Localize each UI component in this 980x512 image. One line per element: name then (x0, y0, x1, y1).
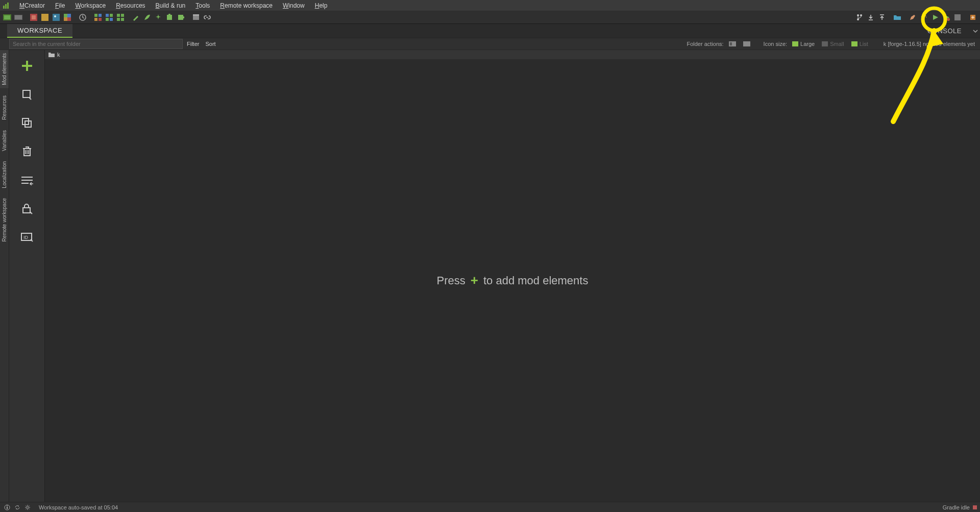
toolbar-grid2-icon[interactable] (104, 12, 114, 22)
toolbar-run-icon[interactable] (930, 12, 940, 22)
svg-rect-55 (7, 505, 8, 506)
svg-rect-39 (954, 14, 961, 20)
sort-button[interactable]: Sort (202, 40, 218, 48)
toolbar-import-icon[interactable] (866, 12, 876, 22)
toolbar-puzzle-icon[interactable] (164, 12, 175, 22)
tab-workspace-label: WORKSPACE (17, 27, 62, 34)
rail-remote-workspace[interactable]: Remote workspace (0, 195, 9, 245)
side-delete-icon[interactable] (17, 144, 37, 159)
svg-rect-28 (121, 18, 124, 21)
workspace-body: Mod elements Resources Variables Localiz… (0, 50, 980, 502)
svg-rect-42 (730, 42, 732, 45)
svg-rect-26 (121, 14, 124, 17)
menu-resources[interactable]: Resources (112, 1, 149, 10)
toolbar-puzzle2-icon[interactable] (176, 12, 186, 22)
toolbar-debug-icon[interactable] (941, 12, 951, 22)
statusbar: Workspace auto-saved at 05:04 Gradle idl… (0, 502, 980, 512)
tab-menu-icon[interactable] (971, 24, 980, 38)
svg-rect-17 (94, 14, 97, 17)
toolbar-export-mod-icon[interactable] (968, 12, 978, 22)
toolbar-archive-icon[interactable] (191, 12, 201, 22)
svg-rect-25 (117, 14, 120, 17)
side-add-icon[interactable] (17, 58, 37, 74)
svg-rect-20 (99, 18, 102, 21)
toolbar-stop-icon[interactable] (952, 12, 963, 22)
svg-point-35 (857, 14, 859, 16)
toolbar-link-icon[interactable] (202, 12, 212, 22)
menu-workspace[interactable]: Workspace (71, 1, 110, 10)
tab-console[interactable]: CONSOLE (920, 24, 969, 38)
workspace-status-text: k [forge-1.16.5] no mod elements yet (884, 41, 975, 47)
main-area: k Press + to add mod elements (45, 50, 980, 502)
side-edit-icon[interactable] (17, 87, 37, 102)
toolbar-new-workspace-icon[interactable] (2, 12, 12, 22)
svg-rect-2 (7, 3, 9, 9)
toolbar-folder-icon[interactable] (892, 12, 902, 22)
menu-build-run[interactable]: Build & run (152, 1, 190, 10)
toolbar-palette-icon[interactable] (62, 12, 72, 22)
rail-localization[interactable]: Localization (0, 158, 9, 191)
svg-rect-54 (7, 507, 8, 509)
svg-rect-15 (67, 17, 71, 21)
menu-file[interactable]: File (51, 1, 69, 10)
folder-action-2-icon[interactable] (741, 41, 752, 47)
svg-rect-12 (64, 14, 67, 17)
svg-rect-46 (851, 41, 857, 46)
folder-action-1-icon[interactable] (727, 41, 738, 47)
menu-remote[interactable]: Remote workspace (216, 1, 277, 10)
toolbar-open-icon[interactable] (13, 12, 23, 22)
svg-point-36 (860, 14, 862, 16)
svg-rect-10 (53, 14, 60, 21)
svg-rect-34 (193, 14, 199, 16)
toolbar-sparkle-icon[interactable] (153, 12, 163, 22)
breadcrumb-root[interactable]: k (57, 52, 60, 58)
icon-size-large[interactable]: Large (790, 41, 817, 47)
toolbar-vcs-branch-icon[interactable] (854, 12, 865, 22)
status-sync-icon[interactable] (13, 503, 21, 511)
menu-mcreator[interactable]: MCreator (15, 1, 49, 10)
toolbar-wand-icon[interactable] (919, 12, 929, 22)
status-info-icon[interactable] (3, 503, 11, 511)
svg-rect-18 (99, 14, 102, 17)
rail-resources[interactable]: Resources (0, 92, 9, 123)
side-duplicate-icon[interactable] (17, 115, 37, 131)
svg-point-38 (947, 18, 950, 21)
svg-rect-27 (117, 18, 120, 21)
svg-rect-4 (4, 15, 10, 19)
toolbar-image-icon[interactable] (51, 12, 61, 22)
svg-rect-47 (23, 90, 30, 97)
menu-tools[interactable]: Tools (191, 1, 214, 10)
svg-rect-9 (41, 14, 48, 21)
side-lock-icon[interactable] (17, 201, 37, 216)
left-rail: Mod elements Resources Variables Localiz… (0, 50, 9, 502)
menu-window[interactable]: Window (279, 1, 309, 10)
plus-icon: + (471, 273, 478, 288)
side-code-icon[interactable] (17, 173, 37, 188)
status-gear-icon[interactable] (23, 503, 32, 511)
folder-icon (48, 52, 55, 58)
toolbar-brush-icon[interactable] (131, 12, 141, 22)
toolbar-grid1-icon[interactable] (93, 12, 103, 22)
toolbar-leaf-icon[interactable] (142, 12, 152, 22)
svg-point-11 (54, 15, 56, 17)
toolbar-clock-icon[interactable] (78, 12, 88, 22)
svg-rect-19 (94, 18, 97, 21)
toolbar-workspace-settings-icon[interactable] (29, 12, 39, 22)
filter-strip: Filter Sort Folder actions: Icon size: L… (0, 38, 980, 50)
rail-mod-elements[interactable]: Mod elements (0, 50, 9, 88)
toolbar-export-icon[interactable] (877, 12, 887, 22)
toolbar-grid3-icon[interactable] (115, 12, 126, 22)
filter-button[interactable]: Filter (184, 40, 202, 48)
toolbar-resources-icon[interactable] (40, 12, 50, 22)
rail-variables[interactable]: Variables (0, 127, 9, 154)
svg-rect-21 (106, 14, 109, 17)
tab-workspace[interactable]: WORKSPACE (7, 24, 72, 38)
menu-help[interactable]: Help (311, 1, 332, 10)
icon-size-list[interactable]: List (849, 41, 870, 47)
toolbar-pencil-icon[interactable] (908, 12, 918, 22)
side-id-icon[interactable]: ID (17, 230, 37, 245)
search-input[interactable] (9, 39, 183, 49)
svg-rect-6 (15, 15, 22, 19)
svg-rect-24 (110, 18, 113, 21)
icon-size-small[interactable]: Small (820, 41, 846, 47)
